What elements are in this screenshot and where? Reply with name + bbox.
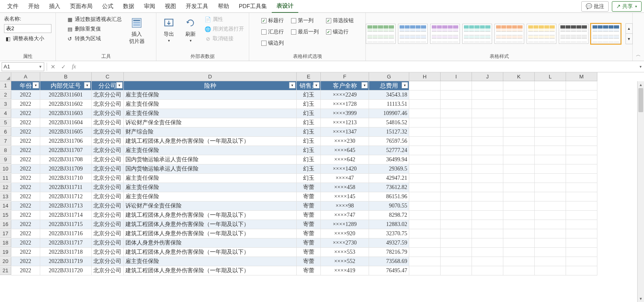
data-cell[interactable]: ××××230 (321, 137, 369, 146)
empty-cell[interactable] (441, 100, 472, 109)
data-cell[interactable]: 寄蕾 (297, 266, 321, 275)
data-cell[interactable]: 雇主责任保险 (124, 183, 297, 192)
table-header-总费用[interactable]: 总费用▼ (369, 81, 409, 90)
data-cell[interactable]: 2022 (11, 164, 40, 174)
data-cell[interactable]: 雇主责任保险 (124, 146, 297, 155)
share-button[interactable]: ↗ 共享 ▾ (612, 1, 642, 12)
data-cell[interactable]: 52777.24 (369, 146, 409, 155)
empty-cell[interactable] (441, 127, 472, 137)
empty-cell[interactable] (409, 211, 441, 220)
empty-cell[interactable] (503, 164, 535, 174)
checkbox-镶边列[interactable]: 镶边列 (261, 39, 284, 47)
empty-cell[interactable] (503, 155, 535, 164)
empty-cell[interactable] (472, 155, 503, 164)
empty-cell[interactable] (566, 100, 597, 109)
data-cell[interactable]: 2022BJ311714 (40, 211, 92, 220)
row-header-9[interactable]: 9 (0, 155, 11, 164)
row-header-17[interactable]: 17 (0, 229, 11, 238)
formula-input[interactable] (79, 62, 637, 71)
tab-PDF工具集[interactable]: PDF工具集 (234, 0, 272, 12)
data-cell[interactable]: 8298.72 (369, 211, 409, 220)
filter-button[interactable]: ▼ (84, 82, 90, 88)
empty-cell[interactable] (409, 266, 441, 275)
data-cell[interactable]: 2022BJ311708 (40, 155, 92, 164)
table-style-thumb[interactable] (430, 24, 460, 44)
empty-cell[interactable] (535, 164, 566, 174)
empty-cell[interactable] (409, 192, 441, 201)
data-cell[interactable]: 北京分公司 (92, 90, 124, 100)
column-header-K[interactable]: K (503, 72, 535, 81)
cancel-formula-button[interactable]: ✕ (48, 64, 58, 70)
empty-cell[interactable] (566, 174, 597, 183)
empty-cell[interactable] (409, 229, 441, 238)
empty-cell[interactable] (503, 248, 535, 257)
empty-cell[interactable] (503, 137, 535, 146)
empty-cell[interactable] (535, 211, 566, 220)
empty-cell[interactable] (441, 174, 472, 183)
data-cell[interactable]: 2022BJ311604 (40, 118, 92, 127)
empty-cell[interactable] (535, 146, 566, 155)
data-cell[interactable]: 2022 (11, 146, 40, 155)
data-cell[interactable]: 2022BJ311710 (40, 174, 92, 183)
data-cell[interactable]: 幻玉 (297, 118, 321, 127)
data-cell[interactable]: 15127.32 (369, 127, 409, 137)
data-cell[interactable]: 建筑工程团体人身意外伤害保险（一年期及以下） (124, 137, 297, 146)
table-header-内部凭证号[interactable]: 内部凭证号▼ (40, 81, 92, 90)
empty-cell[interactable] (566, 211, 597, 220)
data-cell[interactable]: 北京分公司 (92, 192, 124, 201)
empty-cell[interactable] (566, 155, 597, 164)
empty-cell[interactable] (566, 118, 597, 127)
gallery-up-button[interactable]: ▲ (626, 24, 632, 34)
checkbox-镶边行[interactable]: 镶边行 (326, 28, 354, 35)
filter-button[interactable]: ▼ (402, 82, 408, 88)
data-cell[interactable]: 诉讼财产保全责任保险 (124, 118, 297, 127)
data-cell[interactable]: 北京分公司 (92, 211, 124, 220)
empty-cell[interactable] (503, 109, 535, 118)
tab-开始[interactable]: 开始 (23, 0, 44, 12)
tab-公式[interactable]: 公式 (97, 0, 118, 12)
data-cell[interactable]: 2022 (11, 238, 40, 248)
empty-cell[interactable] (535, 174, 566, 183)
empty-cell[interactable] (566, 220, 597, 229)
filter-button[interactable]: ▼ (116, 82, 123, 88)
checkbox-第一列[interactable]: 第一列 (291, 17, 319, 24)
data-cell[interactable]: ××××419 (321, 266, 369, 275)
data-cell[interactable]: 2022 (11, 183, 40, 192)
data-cell[interactable]: 寄蕾 (297, 238, 321, 248)
data-cell[interactable]: 北京分公司 (92, 155, 124, 164)
empty-cell[interactable] (472, 137, 503, 146)
empty-cell[interactable] (503, 183, 535, 192)
data-cell[interactable]: 建筑工程团体人身意外伤害保险（一年期及以下） (124, 220, 297, 229)
data-cell[interactable]: ××××642 (321, 155, 369, 164)
data-cell[interactable]: 2022BJ311709 (40, 164, 92, 174)
data-cell[interactable]: 北京分公司 (92, 146, 124, 155)
comments-button[interactable]: 💬 批注 (581, 1, 609, 12)
filter-button[interactable]: ▼ (289, 82, 295, 88)
data-cell[interactable]: 42947.21 (369, 174, 409, 183)
tab-表设计[interactable]: 表设计 (272, 0, 298, 13)
empty-cell[interactable] (503, 100, 535, 109)
data-cell[interactable]: 76495.47 (369, 266, 409, 275)
row-header-7[interactable]: 7 (0, 137, 11, 146)
empty-cell[interactable] (472, 211, 503, 220)
data-cell[interactable]: 2022BJ311601 (40, 90, 92, 100)
data-cell[interactable]: 86151.96 (369, 192, 409, 201)
data-cell[interactable]: 国内货物运输承运人责任保险 (124, 155, 297, 164)
data-cell[interactable]: 2022 (11, 90, 40, 100)
scroll-down-button[interactable]: ▼ (638, 295, 644, 302)
data-cell[interactable]: ××××98 (321, 201, 369, 211)
empty-cell[interactable] (409, 81, 441, 90)
empty-cell[interactable] (566, 266, 597, 275)
data-cell[interactable]: 雇主责任保险 (124, 192, 297, 201)
empty-cell[interactable] (409, 118, 441, 127)
row-header-14[interactable]: 14 (0, 201, 11, 210)
table-style-thumb[interactable] (366, 24, 396, 44)
data-cell[interactable]: 76597.56 (369, 137, 409, 146)
empty-cell[interactable] (503, 257, 535, 266)
data-cell[interactable]: 2022 (11, 229, 40, 238)
empty-cell[interactable] (441, 257, 472, 266)
table-style-thumb[interactable] (494, 24, 524, 44)
data-cell[interactable]: 73612.82 (369, 183, 409, 192)
empty-cell[interactable] (472, 118, 503, 127)
empty-cell[interactable] (472, 174, 503, 183)
